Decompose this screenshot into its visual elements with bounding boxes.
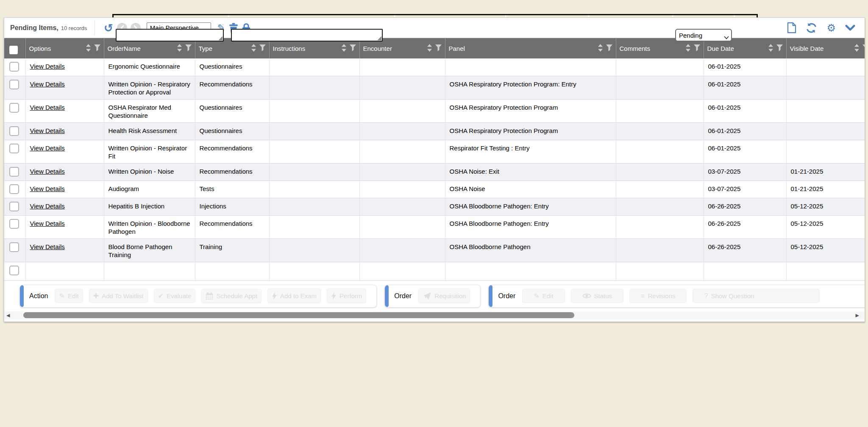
cell-type: Recommendations [195, 76, 269, 99]
sort-icon[interactable] [598, 44, 603, 53]
undo-icon[interactable]: ↺ [104, 22, 113, 33]
sort-icon[interactable] [768, 44, 773, 53]
action-group: Order ✎ Edit Status ≡ Revisions ? Show Q… [488, 285, 865, 308]
row-checkbox[interactable] [9, 144, 19, 153]
cell-order-name: Written Opinion - Respiratory Protection… [104, 76, 195, 99]
filter-icon[interactable] [862, 44, 865, 53]
row-checkbox[interactable] [9, 167, 19, 177]
column-header-label: Panel [449, 45, 595, 52]
refresh-icon[interactable] [806, 22, 817, 33]
scrollbar-thumb[interactable] [23, 312, 574, 318]
status-button[interactable]: Status [571, 289, 624, 303]
row-checkbox[interactable] [9, 202, 19, 211]
row-checkbox[interactable] [9, 219, 19, 229]
column-header-label: Comments [620, 45, 682, 52]
cell-due-date: 06-01-2025 [704, 122, 786, 140]
table-row: View Details OSHA Respirator Med Questio… [4, 99, 865, 122]
edit-order-button[interactable]: ✎ Edit [522, 289, 565, 303]
filter-icon[interactable] [259, 44, 266, 53]
new-document-icon[interactable] [787, 22, 796, 33]
revisions-button[interactable]: ≡ Revisions [629, 289, 687, 303]
filter-icon[interactable] [776, 44, 783, 53]
select-all-header [4, 38, 25, 58]
filter-icon[interactable] [694, 44, 700, 53]
view-details-link[interactable]: View Details [30, 202, 65, 210]
view-details-link[interactable]: View Details [30, 243, 65, 250]
footer-checkbox[interactable] [9, 266, 19, 275]
row-checkbox[interactable] [9, 126, 19, 136]
cell-instructions [269, 140, 359, 163]
row-checkbox[interactable] [9, 103, 19, 113]
schedule-appt-button[interactable]: Schedule Appt [201, 289, 262, 303]
sort-icon[interactable] [251, 44, 256, 53]
view-details-link[interactable]: View Details [30, 185, 65, 192]
column-header-label: Instructions [273, 45, 338, 52]
add-to-exam-button[interactable]: Add to Exam [267, 288, 321, 303]
plus-icon: ✚ [93, 293, 99, 299]
lines-icon: ≡ [641, 293, 645, 299]
column-header-visible-date[interactable]: Visible Date [786, 38, 865, 58]
cell-due-date: 06-01-2025 [704, 140, 786, 163]
cell-visible-date [786, 122, 865, 140]
cell-due-date: 03-07-2025 [704, 163, 786, 180]
sort-icon[interactable] [177, 44, 182, 53]
panel-input[interactable] [232, 30, 382, 41]
view-details-link[interactable]: View Details [30, 220, 65, 227]
collapse-chevron-down-icon[interactable] [845, 25, 855, 31]
order-input[interactable] [117, 30, 223, 41]
column-header-options[interactable]: Options [25, 38, 104, 58]
filter-icon[interactable] [185, 44, 192, 53]
filter-icon[interactable] [435, 44, 442, 53]
view-details-link[interactable]: View Details [30, 127, 65, 134]
requisition-button[interactable]: Requisition [418, 288, 470, 303]
filter-icon[interactable] [94, 44, 100, 53]
row-checkbox[interactable] [9, 242, 19, 252]
cell-encounter [359, 198, 445, 215]
status-select[interactable]: Pending [675, 29, 732, 42]
perform-button[interactable]: Perform [327, 288, 366, 303]
show-question-button[interactable]: ? Show Question [693, 289, 820, 303]
sort-icon[interactable] [341, 44, 347, 53]
view-details-link[interactable]: View Details [30, 104, 65, 111]
sort-icon[interactable] [427, 44, 432, 53]
cell-encounter [359, 163, 445, 180]
row-checkbox[interactable] [9, 184, 19, 194]
resize-grip-icon[interactable] [377, 36, 381, 40]
select-all-checkbox[interactable] [9, 46, 18, 54]
cell-encounter [359, 58, 445, 76]
cell-comments [616, 180, 704, 198]
cell-instructions [269, 58, 359, 76]
cell-instructions [269, 238, 359, 262]
cell-order-name: OSHA Respirator Med Questionnaire [104, 99, 195, 122]
filter-icon[interactable] [606, 44, 612, 53]
horizontal-scrollbar: ◀ ▶ [5, 311, 864, 319]
table-row: View Details Audiogram Tests OSHA Noise … [4, 180, 865, 198]
row-checkbox[interactable] [9, 62, 19, 72]
view-details-link[interactable]: View Details [30, 168, 65, 175]
gear-icon[interactable]: ⚙ [826, 23, 836, 33]
evaluate-button[interactable]: ✔ Evaluate [154, 289, 196, 303]
sort-icon[interactable] [86, 44, 91, 53]
column-header-label: Encounter [363, 45, 424, 52]
edit-button[interactable]: ✎ Edit [55, 289, 83, 303]
sort-icon[interactable] [685, 44, 691, 53]
filter-icon[interactable] [350, 44, 356, 53]
row-checkbox[interactable] [9, 80, 19, 89]
resize-grip-icon[interactable] [218, 36, 223, 40]
cell-encounter [359, 215, 445, 238]
view-details-link[interactable]: View Details [30, 80, 65, 88]
view-details-link[interactable]: View Details [30, 144, 65, 152]
column-header-panel[interactable]: Panel [445, 38, 616, 58]
toolbar-divider [95, 20, 95, 36]
table-row: View Details Blood Borne Pathogen Traini… [4, 238, 865, 262]
cell-due-date: 06-01-2025 [704, 99, 786, 122]
cell-type: Tests [195, 180, 269, 198]
view-details-link[interactable]: View Details [30, 63, 65, 70]
scroll-right-icon[interactable]: ▶ [856, 313, 859, 318]
scroll-left-icon[interactable]: ◀ [6, 313, 10, 318]
action-group: Action ✎ Edit ✚ Add To Waitlist ✔ Evalua… [19, 285, 377, 308]
add-to-waitlist-button[interactable]: ✚ Add To Waitlist [89, 289, 148, 303]
sort-icon[interactable] [854, 44, 860, 53]
table-row: View Details Ergonomic Questionnaire Que… [4, 58, 865, 76]
cell-instructions [269, 163, 359, 180]
